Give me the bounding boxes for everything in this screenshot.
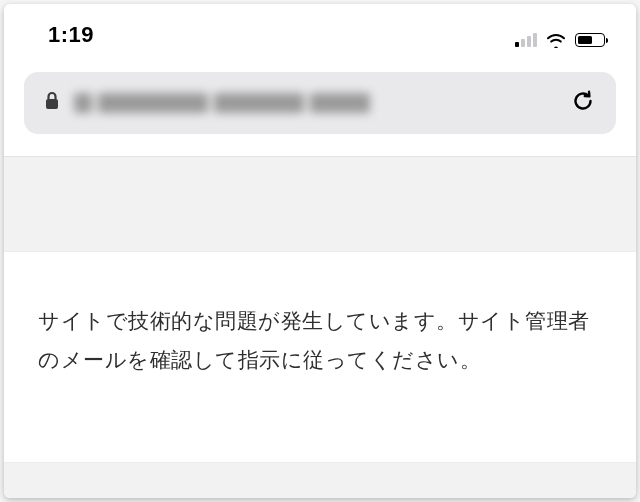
status-bar: 1:19 [4,4,636,56]
cellular-icon [515,33,537,47]
address-bar-container [4,56,636,156]
url-display [74,90,556,116]
separator-band [4,156,636,252]
battery-icon [575,33,608,47]
status-time: 1:19 [32,22,94,48]
wifi-icon [545,32,567,48]
lock-icon [44,91,60,115]
browser-frame: 1:19 [4,4,636,498]
battery-fill [578,36,592,44]
svg-rect-0 [46,99,58,109]
reload-icon[interactable] [570,88,596,118]
error-message: サイトで技術的な問題が発生しています。サイト管理者のメールを確認して指示に従って… [38,302,602,380]
page-content: サイトで技術的な問題が発生しています。サイト管理者のメールを確認して指示に従って… [4,252,636,462]
address-bar[interactable] [24,72,616,134]
bottom-separator [4,462,636,498]
status-indicators [515,32,608,48]
